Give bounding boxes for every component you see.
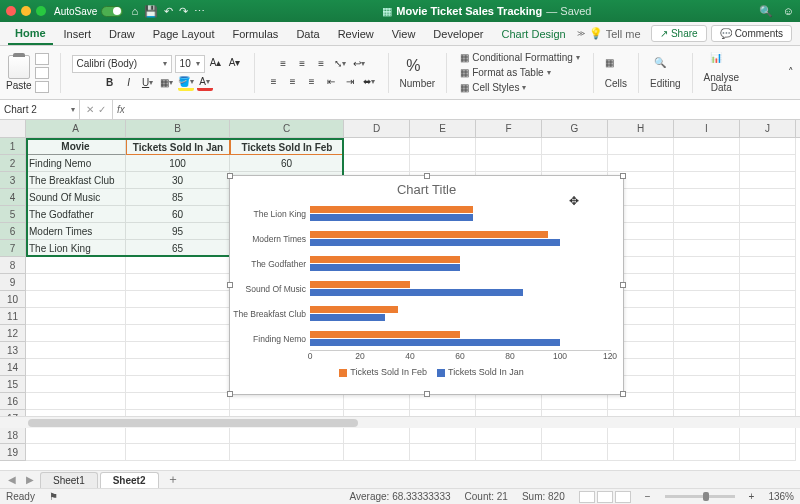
row-header[interactable]: 8 — [0, 257, 26, 274]
cell[interactable]: 85 — [126, 189, 230, 206]
decrease-indent-icon[interactable]: ⇤ — [323, 74, 339, 90]
cell[interactable] — [740, 359, 796, 376]
row-header[interactable]: 16 — [0, 393, 26, 410]
fill-color-button[interactable]: 🪣▾ — [178, 75, 194, 91]
account-icon[interactable]: ☺ — [783, 5, 794, 18]
cell[interactable] — [410, 444, 476, 461]
cell[interactable] — [740, 325, 796, 342]
row-header[interactable]: 14 — [0, 359, 26, 376]
cell[interactable] — [740, 274, 796, 291]
cell[interactable] — [674, 223, 740, 240]
row-header[interactable]: 10 — [0, 291, 26, 308]
merge-icon[interactable]: ⬌▾ — [361, 74, 377, 90]
chart-bar[interactable] — [310, 256, 460, 263]
cell[interactable] — [740, 206, 796, 223]
bold-button[interactable]: B — [102, 75, 118, 91]
wrap-text-icon[interactable]: ↩▾ — [351, 56, 367, 72]
fullscreen-window-icon[interactable] — [36, 6, 46, 16]
zoom-slider[interactable] — [665, 495, 735, 498]
chart-legend[interactable]: Tickets Sold In FebTickets Sold In Jan — [230, 363, 623, 383]
column-header[interactable]: G — [542, 120, 608, 137]
align-middle-icon[interactable]: ≡ — [294, 56, 310, 72]
tab-review[interactable]: Review — [331, 24, 381, 44]
column-header[interactable]: E — [410, 120, 476, 137]
cell[interactable] — [26, 291, 126, 308]
cell[interactable] — [126, 376, 230, 393]
font-name-select[interactable]: Calibri (Body)▾ — [72, 55, 172, 73]
row-header[interactable]: 18 — [0, 427, 26, 444]
column-header[interactable]: H — [608, 120, 674, 137]
row-header[interactable]: 7 — [0, 240, 26, 257]
worksheet-grid[interactable]: ABCDEFGHIJ 1MovieTickets Sold In JanTick… — [0, 120, 800, 462]
cell[interactable] — [674, 138, 740, 155]
format-painter-icon[interactable] — [35, 81, 49, 93]
align-bottom-icon[interactable]: ≡ — [313, 56, 329, 72]
sheet-tab-sheet1[interactable]: Sheet1 — [40, 472, 98, 488]
cell[interactable] — [542, 155, 608, 172]
chart-title[interactable]: Chart Title — [230, 176, 623, 199]
row-header[interactable]: 19 — [0, 444, 26, 461]
cell[interactable] — [740, 155, 796, 172]
cell[interactable]: Tickets Sold In Feb — [230, 138, 344, 155]
cell[interactable] — [26, 359, 126, 376]
format-as-table-button[interactable]: ▦ Format as Table ▾ — [458, 66, 582, 79]
cell[interactable]: 30 — [126, 172, 230, 189]
home-icon[interactable]: ⌂ — [131, 5, 138, 18]
font-color-button[interactable]: A▾ — [197, 75, 213, 91]
row-header[interactable]: 13 — [0, 342, 26, 359]
cell[interactable]: Tickets Sold In Jan — [126, 138, 230, 155]
cell[interactable] — [674, 155, 740, 172]
cell[interactable]: The Godfather — [26, 206, 126, 223]
sheet-tab-sheet2[interactable]: Sheet2 — [100, 472, 159, 488]
undo-icon[interactable]: ↶ — [164, 5, 173, 18]
cell[interactable] — [344, 444, 410, 461]
cell[interactable] — [674, 444, 740, 461]
cell-styles-button[interactable]: ▦ Cell Styles ▾ — [458, 81, 582, 94]
redo-icon[interactable]: ↷ — [179, 5, 188, 18]
view-switcher[interactable] — [579, 491, 631, 503]
cell[interactable] — [674, 189, 740, 206]
cell[interactable] — [608, 155, 674, 172]
chart-bar[interactable] — [310, 264, 460, 271]
cell[interactable]: 65 — [126, 240, 230, 257]
chart-bar[interactable] — [310, 306, 398, 313]
cell[interactable] — [476, 427, 542, 444]
cell[interactable] — [410, 138, 476, 155]
tab-insert[interactable]: Insert — [57, 24, 99, 44]
column-header[interactable]: C — [230, 120, 344, 137]
search-icon[interactable]: 🔍 — [759, 5, 773, 18]
sheet-nav-next-icon[interactable]: ▶ — [22, 474, 38, 485]
column-headers[interactable]: ABCDEFGHIJ — [0, 120, 800, 138]
column-header[interactable]: D — [344, 120, 410, 137]
cell[interactable] — [126, 291, 230, 308]
chart-plot-area[interactable]: The Lion KingModern TimesThe GodfatherSo… — [310, 201, 611, 351]
cell[interactable] — [740, 240, 796, 257]
share-button[interactable]: ↗ Share — [651, 25, 707, 42]
editing-button[interactable]: 🔍 Editing — [650, 57, 681, 89]
tab-data[interactable]: Data — [289, 24, 326, 44]
cell[interactable] — [476, 393, 542, 410]
cell[interactable] — [344, 393, 410, 410]
tab-chart-design[interactable]: Chart Design — [495, 24, 573, 44]
tell-me[interactable]: 💡Tell me — [589, 27, 641, 40]
chart-bar[interactable] — [310, 314, 385, 321]
cell[interactable]: The Lion King — [26, 240, 126, 257]
row-header[interactable]: 4 — [0, 189, 26, 206]
column-header[interactable]: I — [674, 120, 740, 137]
cell[interactable] — [26, 274, 126, 291]
cancel-icon[interactable]: ✕ — [86, 104, 94, 115]
increase-indent-icon[interactable]: ⇥ — [342, 74, 358, 90]
cell[interactable]: 100 — [126, 155, 230, 172]
tab-view[interactable]: View — [385, 24, 423, 44]
cell[interactable] — [126, 325, 230, 342]
tab-home[interactable]: Home — [8, 23, 53, 45]
cell[interactable] — [674, 342, 740, 359]
cell[interactable] — [344, 155, 410, 172]
align-left-icon[interactable]: ≡ — [266, 74, 282, 90]
cell[interactable] — [542, 427, 608, 444]
cell[interactable] — [608, 427, 674, 444]
zoom-in-button[interactable]: + — [749, 491, 755, 502]
cell[interactable]: 95 — [126, 223, 230, 240]
cell[interactable]: Sound Of Music — [26, 189, 126, 206]
orientation-icon[interactable]: ⤡▾ — [332, 56, 348, 72]
